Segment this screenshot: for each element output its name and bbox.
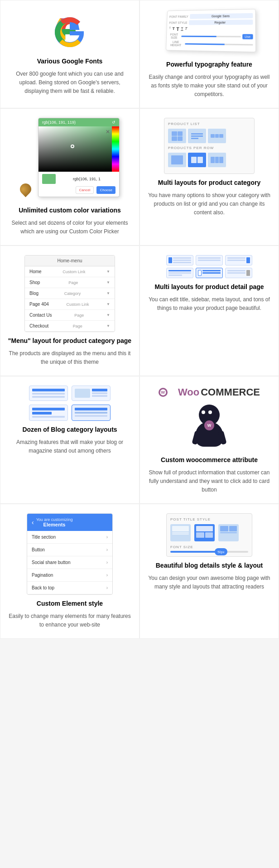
menu-layout-desc: The products are displayed as the menu a…: [7, 349, 132, 366]
blog-layouts-cell: Dozen of Blog category layouts Amazing f…: [0, 376, 140, 504]
detail-layout-5[interactable]: [196, 268, 223, 278]
google-fonts-cell: Various Google Fonts Over 800 google fon…: [0, 0, 140, 108]
menu-blog-name: Blog: [29, 291, 38, 296]
blog-style-3[interactable]: [218, 524, 239, 541]
menu-404-name: Page 404: [29, 302, 49, 307]
customizer-chevron-3: ›: [106, 560, 108, 565]
color-spectrum-bar[interactable]: [112, 126, 119, 172]
woo-logo: W Woo COMMERCE: [159, 386, 260, 399]
customizer-item-pagination[interactable]: Pagination ›: [27, 569, 112, 582]
menu-contact-arrow: ▼: [106, 313, 110, 317]
typo-style-label: FONT STYLE: [169, 21, 188, 24]
typography-cell: FONT FAMILY Google Sans FONT STYLE Regul…: [140, 0, 279, 108]
blog-style-2[interactable]: [194, 524, 215, 541]
customizer-title-section-label: Title section: [32, 535, 56, 540]
customizer-button-label: Button: [32, 547, 45, 552]
color-refresh-icon[interactable]: ↺: [112, 120, 115, 125]
typo-use-btn[interactable]: Use: [242, 34, 253, 39]
products-per-row-label: PRODUCTS PER ROW: [168, 146, 250, 150]
typo-style-select[interactable]: Regular: [189, 19, 253, 25]
color-close-icon[interactable]: ✕: [106, 129, 110, 135]
product-layout-2[interactable]: [188, 129, 206, 143]
blog-layouts-title: Dozen of Blog category layouts: [22, 425, 117, 434]
blog-layouts-desc: Amazing features that will make your blo…: [7, 438, 132, 455]
menu-404-arrow: ▼: [106, 302, 110, 306]
typo-height-slider[interactable]: [185, 43, 253, 45]
menu-blog-arrow: ▼: [106, 291, 110, 295]
products-per-row-3[interactable]: [208, 153, 226, 167]
color-cancel-button[interactable]: Cancel: [76, 186, 94, 194]
menu-home-arrow: ▼: [106, 270, 110, 274]
customizer-title: Elements: [36, 522, 73, 527]
woocommerce-cell: W Woo COMMERCE W Custom woocommerce attr…: [140, 376, 279, 504]
typo-font-select[interactable]: Google Sans: [190, 13, 253, 19]
product-layout-1[interactable]: [168, 129, 186, 143]
color-variations-cell: rgb(106, 191, 119) ↺ ✕ rgb(106, 191, 1 C…: [0, 108, 140, 246]
menu-shop-type: Page: [68, 280, 78, 285]
detail-layout-4[interactable]: [166, 268, 193, 278]
customizer-item-title-section[interactable]: Title section ›: [27, 531, 112, 544]
detail-layout-6[interactable]: [225, 268, 252, 278]
menu-home-type: Custom Link: [63, 270, 85, 274]
product-layout-3[interactable]: [208, 129, 226, 143]
woocommerce-title: Custom woocommerce attribute: [161, 456, 258, 465]
detail-layout-3[interactable]: [225, 255, 252, 265]
font-slider-thumb[interactable]: 50px: [215, 548, 227, 555]
menu-shop-arrow: ▼: [106, 280, 110, 285]
post-title-style-label: POST TITLE STYLE: [170, 517, 248, 521]
woo-text: Woo: [178, 386, 199, 398]
typo-size-slider[interactable]: [181, 35, 241, 37]
customizer-backtotop-label: Back to top: [32, 585, 54, 590]
blog-layout-2[interactable]: [72, 386, 111, 401]
product-layouts-cell: PRODUCT LIST: [140, 108, 279, 246]
menu-item-shop: Shop Page ▼: [25, 277, 115, 288]
products-per-row-2[interactable]: [188, 153, 206, 167]
blog-details-desc: You can design your own awesome blog pag…: [147, 574, 272, 591]
color-variations-title: Unlimited custom color variations: [19, 206, 121, 215]
customizer-subtitle: You are customizing: [36, 517, 73, 522]
blog-layout-4[interactable]: [72, 405, 111, 421]
customizer-pagination-label: Pagination: [32, 573, 53, 578]
products-per-row-1[interactable]: [168, 153, 186, 167]
detail-layouts-title: Multi layouts for product detail page: [154, 283, 264, 292]
blog-style-1[interactable]: [170, 524, 191, 541]
detail-layout-2[interactable]: [196, 255, 223, 265]
detail-layouts-cell: Multi layouts for product detail page Yo…: [140, 246, 279, 376]
commerce-text: COMMERCE: [201, 386, 260, 398]
customizer-item-backtotop[interactable]: Back to top ›: [27, 582, 112, 594]
menu-404-type: Custom Link: [66, 302, 89, 307]
product-layouts-desc: You have many options to show your categ…: [147, 191, 272, 217]
blog-style-mockup: POST TITLE STYLE: [166, 513, 252, 557]
customizer-chevron-4: ›: [106, 573, 108, 578]
color-dot[interactable]: [71, 145, 74, 148]
font-size-slider[interactable]: 50px: [170, 551, 248, 553]
typography-desc: Easily change and control your typograph…: [147, 73, 272, 99]
blog-layout-1[interactable]: [29, 386, 68, 401]
customizer-back-icon[interactable]: ‹: [32, 519, 34, 526]
customizer-chevron-1: ›: [106, 535, 108, 540]
typo-size-label: FONT SIZE: [168, 33, 179, 39]
customizer-chevron-5: ›: [106, 585, 108, 590]
menu-item-blog: Blog Category ▼: [25, 288, 115, 299]
color-gradient-picker[interactable]: ✕: [38, 126, 119, 172]
detail-layout-1[interactable]: [166, 255, 193, 265]
color-picker-mockup: rgb(106, 191, 119) ↺ ✕ rgb(106, 191, 1 C…: [38, 118, 120, 197]
woo-icon: W: [159, 386, 177, 399]
blog-style-icons: [170, 524, 248, 541]
color-variations-desc: Select and set dozens of color for your …: [7, 219, 132, 236]
product-list-label: PRODUCT LIST: [168, 122, 250, 126]
customizer-item-social[interactable]: Social share button ›: [27, 556, 112, 569]
menu-contact-type: Page: [74, 313, 84, 318]
blog-layout-3[interactable]: [29, 405, 68, 421]
blog-details-cell: POST TITLE STYLE: [140, 504, 279, 639]
detail-layout-mockup: [166, 255, 252, 278]
products-per-row-icons: [168, 153, 250, 167]
font-size-label: FONT SIZE: [170, 545, 248, 549]
product-list-icons: [168, 129, 250, 143]
customizer-item-button[interactable]: Button ›: [27, 544, 112, 556]
menu-item-404: Page 404 Custom Link ▼: [25, 299, 115, 310]
custom-element-title: Custom Element style: [37, 599, 103, 608]
custom-element-cell: ‹ You are customizing Elements Title sec…: [0, 504, 140, 639]
color-choose-button[interactable]: Choose: [96, 186, 115, 194]
customizer-chevron-2: ›: [106, 547, 108, 552]
